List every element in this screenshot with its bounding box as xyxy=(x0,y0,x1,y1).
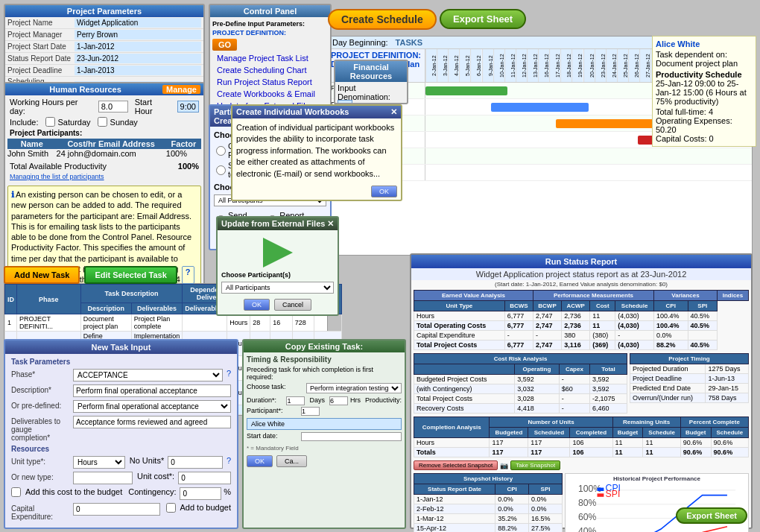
take-snapshot-button[interactable]: Take Snapshot xyxy=(510,460,560,470)
cr-th-3: Capex xyxy=(559,364,589,375)
hours-input[interactable]: 8.0 xyxy=(98,101,128,113)
date-col: 17-Jan-12 xyxy=(549,49,560,82)
th-del: Deliverables xyxy=(131,303,183,314)
indices-title: Indices xyxy=(717,291,748,301)
status-report-title: Run Status Report xyxy=(411,255,751,268)
hrs-input[interactable] xyxy=(329,396,348,405)
date-col: 12-Jan-12 xyxy=(516,49,527,82)
manage-button[interactable]: Manage xyxy=(162,85,200,94)
desc-input[interactable] xyxy=(73,384,231,397)
timing-title: Copy Existing Task: xyxy=(244,341,405,352)
saturday-checkbox[interactable] xyxy=(45,117,55,127)
add-new-task-button[interactable]: Add New Task xyxy=(4,266,80,284)
menu-create-chart[interactable]: Create Scheduling Chart xyxy=(212,64,328,76)
choose-task-select[interactable]: Perform integration testing xyxy=(306,383,402,393)
update-cancel-button[interactable]: Cancel xyxy=(274,299,311,311)
no-units-help[interactable]: ? xyxy=(227,456,231,465)
timing-cancel-button[interactable]: Ca... xyxy=(276,455,307,467)
task-help-icon[interactable]: ? xyxy=(182,266,194,284)
close-icon-wb[interactable]: ✕ xyxy=(390,107,397,117)
phase-label: Phase* xyxy=(11,369,71,379)
start-hour-label: Start Hour xyxy=(135,98,172,115)
comp-row-hours: Hours117117106111190.6%90.6% xyxy=(414,438,749,448)
comp-th-completed: Completed xyxy=(570,428,612,438)
menu-run-status[interactable]: Run Project Status Report xyxy=(212,76,328,88)
add-to-budget2-checkbox[interactable] xyxy=(166,503,176,513)
create-schedule-button[interactable]: Create Schedule xyxy=(328,9,437,30)
or-label: Or pre-defined: xyxy=(11,400,71,410)
spi-legend-box xyxy=(598,493,604,496)
menu-manage-task[interactable]: Manage Project Task List xyxy=(212,52,328,64)
th-unit-type: Unit Type xyxy=(414,301,505,311)
unit-type-select[interactable]: Hours xyxy=(73,456,125,469)
or-new-type-label: Or new type: xyxy=(11,472,71,481)
cr-row-3: Total Project Costs3,028--2,1075 xyxy=(414,394,627,404)
go-button[interactable]: GO xyxy=(212,39,237,51)
th-desc: Description xyxy=(80,303,131,314)
pt-row-1: Projected Duration1275 Days xyxy=(630,364,749,374)
percent-label: % xyxy=(224,487,231,496)
alice-capital-costs: Capital Costs: 0 xyxy=(656,134,753,143)
participant-name: John Smith xyxy=(7,149,57,158)
name-col-header: Name xyxy=(7,139,57,149)
menu-create-workbooks[interactable]: Create Workbooks & Email xyxy=(212,88,328,100)
predefined-select[interactable]: Perform final operational acceptance xyxy=(73,400,231,413)
timing-panel: Copy Existing Task: Timing & Responsibil… xyxy=(242,339,406,529)
th-phase: Phase xyxy=(17,285,81,314)
th-bcws: BCWS xyxy=(504,301,533,311)
working-hours-label: Working Hours per day: xyxy=(10,98,95,115)
gantt-bar-2 xyxy=(491,103,589,112)
timing-label: Timing & Responsibility xyxy=(247,355,402,364)
individual-wb-title: Create Individual Workbooks ✕ xyxy=(232,106,401,118)
add-to-budget-checkbox[interactable] xyxy=(11,487,21,497)
action-radio-2[interactable] xyxy=(216,165,226,175)
close-icon-update[interactable]: ✕ xyxy=(327,219,334,229)
timing-ok-button[interactable]: OK xyxy=(247,455,273,467)
participant-input[interactable] xyxy=(301,407,320,416)
phase-help-icon[interactable]: ? xyxy=(227,369,231,378)
duration-input[interactable] xyxy=(286,396,305,405)
export-sheet-button-top[interactable]: Export Sheet xyxy=(440,9,526,29)
preceding-label: Preceding task for which completion is f… xyxy=(247,366,402,381)
new-type-input[interactable] xyxy=(73,472,133,484)
th-bcwp: BCWP xyxy=(533,301,561,311)
participants-label: Project Participants: xyxy=(7,127,201,139)
unit-cost-input[interactable] xyxy=(178,472,231,484)
contingency-input[interactable] xyxy=(180,487,221,500)
sunday-checkbox[interactable] xyxy=(98,117,107,127)
export-sheet-button-bottom[interactable]: Export Sheet xyxy=(676,507,747,524)
wb-ok-button[interactable]: OK xyxy=(371,186,397,197)
productivity-label-timing: Productivity: xyxy=(365,396,402,404)
choose-participants-label-2: Choose Participant(s) xyxy=(221,271,334,279)
control-panel-title: Control Panel xyxy=(210,5,330,17)
update-participants-select[interactable]: All Participants xyxy=(221,282,334,294)
sh-row-4: 15-Apr-1288.2%27.5% xyxy=(414,524,563,533)
no-units-input[interactable] xyxy=(168,456,223,469)
report-subtitle: Widget Application project status report… xyxy=(411,268,751,280)
days-label: Days xyxy=(309,396,325,404)
table-row: 1PROJECT DEFINITI...Document project pla… xyxy=(5,314,342,332)
hrs-suffix: Hrs xyxy=(350,396,361,404)
date-col: 19-Jan-12 xyxy=(571,49,583,82)
alice-info-panel: Alice White Task dependent on: Document … xyxy=(652,36,756,147)
sh-row-2: 2-Feb-120.0%0.0% xyxy=(414,504,563,514)
deliverables-input[interactable] xyxy=(73,416,231,428)
action-radio-1[interactable] xyxy=(216,146,226,156)
comp-th-scheduled: Scheduled xyxy=(528,428,570,438)
start-hour-input[interactable]: 9:00 xyxy=(177,101,199,113)
capital-exp-input[interactable] xyxy=(73,503,160,516)
edit-selected-task-button[interactable]: Edit Selected Task xyxy=(84,266,177,284)
phase-select[interactable]: ACCEPTANCE xyxy=(73,369,223,381)
remove-snapshot-button[interactable]: Remove Selected Snapshot xyxy=(414,460,498,470)
date-col: 11-Jan-12 xyxy=(504,49,516,82)
start-date-label: Start date: xyxy=(247,432,299,440)
mandatory-label-timing: * = Mandatory Field xyxy=(247,445,402,452)
update-ok-button[interactable]: OK xyxy=(244,299,270,311)
start-date-input[interactable] xyxy=(301,432,402,441)
cr-th-2: Operating xyxy=(515,364,560,375)
sh-row-1: 1-Jan-120.0%0.0% xyxy=(414,495,563,504)
param-value-4: 1-Jan-2013 xyxy=(75,66,201,75)
manage-list-link[interactable]: Managing the list of participants xyxy=(7,171,201,182)
th-acwp: ACWP xyxy=(562,301,590,311)
date-col: 2-Jan-12 xyxy=(425,49,437,82)
